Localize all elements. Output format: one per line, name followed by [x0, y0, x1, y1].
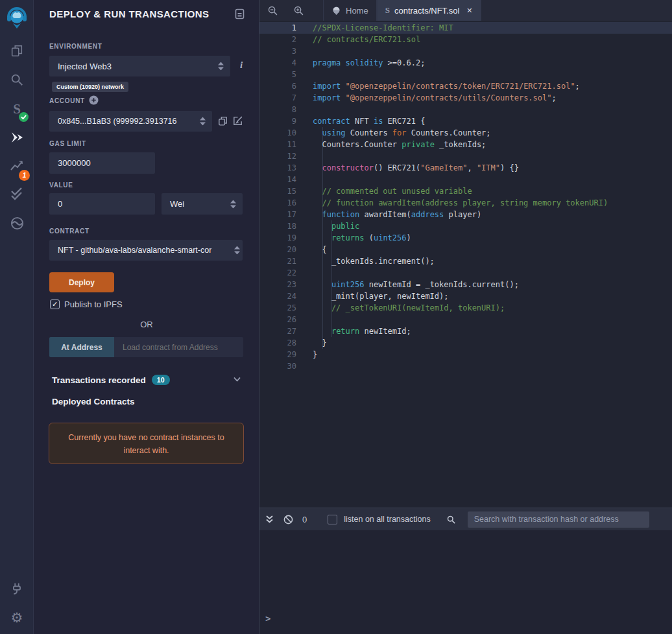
copy-account-icon[interactable]: [217, 115, 228, 126]
listen-all-transactions-checkbox[interactable]: [328, 515, 337, 524]
expand-terminal-icon[interactable]: [265, 515, 274, 524]
environment-select[interactable]: Injected Web3: [49, 56, 230, 76]
zoom-out-button[interactable]: [259, 0, 285, 21]
code-line[interactable]: 24 _mint(player, newItemId);: [259, 290, 672, 302]
value-unit-select[interactable]: Wei: [162, 193, 243, 215]
zoom-in-button[interactable]: [285, 0, 311, 21]
line-number[interactable]: 29: [259, 349, 296, 360]
sidebar-item-plugin-circle[interactable]: [0, 210, 34, 236]
line-number[interactable]: 14: [259, 174, 296, 185]
line-number[interactable]: 25: [259, 302, 296, 314]
code-line[interactable]: 13 constructor() ERC721("GameItem", "ITM…: [259, 162, 672, 174]
deploy-button[interactable]: Deploy: [49, 272, 114, 292]
sidebar-item-plugin-manager[interactable]: [0, 576, 34, 602]
code-line[interactable]: 7import "@openzeppelin/contracts/utils/C…: [259, 92, 672, 104]
line-number[interactable]: 15: [259, 185, 296, 197]
code-line[interactable]: 6import "@openzeppelin/contracts/token/E…: [259, 80, 672, 92]
code-editor[interactable]: 1//SPDX-License-Identifier: MIT2// contr…: [259, 21, 672, 508]
terminal-search-input[interactable]: [468, 511, 649, 528]
code-line[interactable]: 12: [259, 150, 672, 162]
sidebar-item-file-explorer[interactable]: [0, 38, 34, 64]
line-number[interactable]: 18: [259, 220, 296, 232]
remix-ide-window: S 1: [0, 0, 672, 634]
sidebar-item-solidity-compiler[interactable]: S: [0, 96, 34, 122]
line-number[interactable]: 4: [259, 57, 296, 69]
line-number[interactable]: 1: [259, 22, 296, 34]
gas-limit-input[interactable]: [49, 152, 155, 174]
line-number[interactable]: 21: [259, 255, 296, 267]
code-line[interactable]: 16 // function awardItem(address player,…: [259, 197, 672, 209]
line-number[interactable]: 30: [259, 360, 296, 372]
line-number[interactable]: 26: [259, 314, 296, 325]
line-number[interactable]: 28: [259, 337, 296, 349]
publish-ipfs-checkbox[interactable]: [50, 299, 60, 309]
code-line[interactable]: 25 // _setTokenURI(newItemId, tokenURI);: [259, 302, 672, 314]
code-line[interactable]: 15 // commented out unused variable: [259, 185, 672, 197]
code-line[interactable]: 21 _tokenIds.increment();: [259, 255, 672, 267]
close-tab-icon[interactable]: ✕: [466, 6, 472, 15]
clear-console-icon[interactable]: [283, 515, 293, 524]
code-line[interactable]: 8: [259, 104, 672, 115]
code-line[interactable]: 18 public: [259, 220, 672, 232]
line-number[interactable]: 19: [259, 232, 296, 244]
documentation-icon[interactable]: [235, 8, 245, 19]
line-number[interactable]: 27: [259, 325, 296, 337]
tab-home[interactable]: Home: [323, 0, 377, 21]
sidebar-item-settings[interactable]: ⚙: [0, 604, 34, 630]
environment-info-icon[interactable]: i: [237, 60, 246, 71]
code-line[interactable]: 4pragma solidity >=0.6.2;: [259, 57, 672, 69]
code-line[interactable]: 17 function awardItem(address player): [259, 209, 672, 220]
code-line[interactable]: 5: [259, 69, 672, 80]
contract-select[interactable]: NFT - github/ava-labs/avalanche-smart-co…: [49, 240, 243, 261]
sidebar-item-debugger[interactable]: 1: [0, 152, 34, 178]
sidebar-item-search[interactable]: [0, 67, 34, 93]
tab-contracts-nft-sol[interactable]: S contracts/NFT.sol ✕: [377, 0, 481, 21]
at-address-button[interactable]: At Address: [49, 337, 114, 357]
line-number[interactable]: 5: [259, 69, 296, 80]
line-number[interactable]: 23: [259, 279, 296, 290]
edit-account-icon[interactable]: [232, 115, 243, 126]
code-line[interactable]: 10 using Counters for Counters.Counter;: [259, 127, 672, 139]
code-line[interactable]: 29}: [259, 349, 672, 360]
code-line[interactable]: 2// contracts/ERC721.sol: [259, 34, 672, 45]
line-number[interactable]: 11: [259, 139, 296, 150]
code-line[interactable]: 1//SPDX-License-Identifier: MIT: [259, 22, 672, 34]
code-line[interactable]: 9contract NFT is ERC721 {: [259, 115, 672, 127]
code-line[interactable]: 26: [259, 314, 672, 325]
line-number[interactable]: 17: [259, 209, 296, 220]
remix-logo-icon[interactable]: [0, 5, 34, 33]
line-number[interactable]: 8: [259, 104, 296, 115]
select-updown-icon: [230, 200, 236, 208]
at-address-input[interactable]: [114, 337, 243, 357]
sidebar-item-deploy-and-run[interactable]: [0, 124, 34, 150]
line-number[interactable]: 12: [259, 150, 296, 162]
line-number[interactable]: 6: [259, 80, 296, 92]
terminal-prompt[interactable]: >: [265, 613, 270, 624]
code-line[interactable]: 3: [259, 45, 672, 57]
code-line[interactable]: 22: [259, 267, 672, 279]
account-select[interactable]: 0x845...B1aB3 (999992.3913716: [49, 111, 212, 132]
line-number[interactable]: 7: [259, 92, 296, 104]
chevron-down-icon[interactable]: [234, 377, 241, 382]
value-input[interactable]: [49, 193, 155, 215]
code-line[interactable]: 23 uint256 newItemId = _tokenIds.current…: [259, 279, 672, 290]
code-line[interactable]: 20 {: [259, 244, 672, 255]
line-number[interactable]: 16: [259, 197, 296, 209]
sidebar-item-unit-testing[interactable]: [0, 181, 34, 207]
line-number[interactable]: 2: [259, 34, 296, 45]
line-number[interactable]: 20: [259, 244, 296, 255]
line-number[interactable]: 13: [259, 162, 296, 174]
code-line[interactable]: 14: [259, 174, 672, 185]
code-line[interactable]: 19 returns (uint256): [259, 232, 672, 244]
line-number[interactable]: 3: [259, 45, 296, 57]
line-number[interactable]: 24: [259, 290, 296, 302]
transactions-recorded-header[interactable]: Transactions recorded10: [52, 375, 170, 386]
code-line[interactable]: 27 return newItemId;: [259, 325, 672, 337]
code-line[interactable]: 28 }: [259, 337, 672, 349]
line-number[interactable]: 9: [259, 115, 296, 127]
line-number[interactable]: 22: [259, 267, 296, 279]
code-line[interactable]: 11 Counters.Counter private _tokenIds;: [259, 139, 672, 150]
line-number[interactable]: 10: [259, 127, 296, 139]
code-line[interactable]: 30: [259, 360, 672, 372]
add-account-icon[interactable]: [89, 95, 99, 105]
